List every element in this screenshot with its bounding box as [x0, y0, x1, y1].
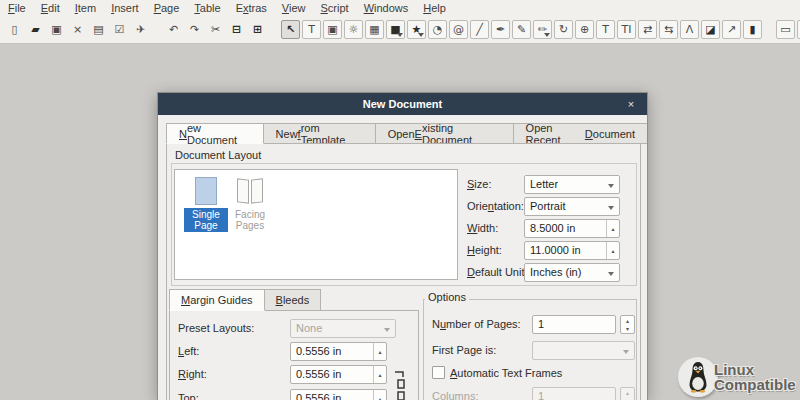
- margin-right-input[interactable]: 0.5556 in▴▾: [290, 365, 387, 384]
- cut-icon[interactable]: ✂: [206, 20, 225, 39]
- tab-margin-guides[interactable]: Margin Guides: [169, 289, 265, 311]
- options-label: Options: [425, 291, 469, 303]
- single-page-icon: [195, 177, 217, 205]
- dialog-close-icon[interactable]: ×: [624, 97, 638, 111]
- margin-tab-bar: Margin Guides Bleeds: [169, 289, 320, 311]
- number-of-pages-label: Number of Pages:: [432, 318, 521, 330]
- layout-item-facing-pages[interactable]: Facing Pages: [227, 177, 273, 232]
- pdf-push-button-icon[interactable]: ▭: [776, 20, 795, 39]
- default-unit-label: Default Unit:: [467, 266, 528, 278]
- size-label: Size:: [467, 178, 491, 190]
- toolbar: ▯ ▰ ▣ × ▤ ☑ ✈ ↶ ↷ ✂ ⊟ ⊞ ↖ T ▣ ☼ ▦ ■ ★ ◔ …: [0, 16, 800, 44]
- insert-bezier-curve-icon[interactable]: ✒: [491, 20, 510, 39]
- link-margins-icon[interactable]: [393, 366, 406, 400]
- dialog-tab-bar: New Document New from Template Open Exis…: [166, 123, 647, 144]
- insert-table-icon[interactable]: ▦: [365, 20, 384, 39]
- menu-file[interactable]: File: [8, 2, 26, 14]
- automatic-text-frames-checkbox[interactable]: [432, 366, 445, 379]
- menu-insert[interactable]: Insert: [111, 2, 139, 14]
- undo-icon[interactable]: ↶: [164, 20, 183, 39]
- rotate-item-icon[interactable]: ↻: [554, 20, 573, 39]
- margin-left-label: Left:: [178, 345, 199, 357]
- insert-arc-icon[interactable]: ◔: [428, 20, 447, 39]
- facing-pages-icon: [237, 177, 263, 205]
- copy-icon[interactable]: ⊟: [227, 20, 246, 39]
- insert-text-frame-icon[interactable]: T: [302, 20, 321, 39]
- number-of-pages-spinner[interactable]: ▴▾: [620, 315, 635, 334]
- insert-polygon-icon[interactable]: ★: [407, 20, 426, 39]
- size-select[interactable]: Letter: [524, 175, 620, 194]
- close-icon[interactable]: ×: [68, 20, 87, 39]
- margin-right-spinner[interactable]: ▴▾: [373, 366, 386, 383]
- menu-item[interactable]: Item: [75, 2, 96, 14]
- watermark-line2: Compatible: [714, 377, 796, 392]
- copy-item-properties-icon[interactable]: ◪: [701, 20, 720, 39]
- insert-shape-icon[interactable]: ■: [386, 20, 405, 39]
- new-document-icon[interactable]: ▯: [5, 20, 24, 39]
- margin-left-spinner[interactable]: ▴▾: [373, 343, 386, 360]
- columns-input: 1: [532, 387, 616, 400]
- menu-extras[interactable]: Extras: [236, 2, 267, 14]
- menu-page[interactable]: Page: [154, 2, 180, 14]
- layout-item-label: Single Page: [184, 208, 228, 232]
- penguin-logo-icon: [678, 357, 718, 397]
- margin-left-input[interactable]: 0.5556 in▴▾: [290, 342, 387, 361]
- menu-view[interactable]: View: [282, 2, 306, 14]
- width-spinner[interactable]: ▴▾: [606, 220, 619, 237]
- insert-spiral-icon[interactable]: @: [449, 20, 468, 39]
- default-unit-select[interactable]: Inches (in): [524, 263, 620, 282]
- zoom-icon[interactable]: ⊕: [575, 20, 594, 39]
- paste-icon[interactable]: ⊞: [248, 20, 267, 39]
- automatic-text-frames-label[interactable]: Automatic Text Frames: [450, 367, 562, 379]
- link-text-frames-icon[interactable]: ⇄: [638, 20, 657, 39]
- number-of-pages-input[interactable]: 1: [532, 315, 616, 334]
- tab-bleeds[interactable]: Bleeds: [264, 289, 322, 311]
- unlink-text-frames-icon[interactable]: ⇆: [659, 20, 678, 39]
- menu-help[interactable]: Help: [423, 2, 446, 14]
- save-as-pdf-icon[interactable]: ✈: [131, 20, 150, 39]
- new-document-pane: Document Layout Single Page Facing Pages…: [166, 143, 641, 400]
- orientation-label: Orientation:: [467, 200, 524, 212]
- insert-line-icon[interactable]: ╱: [470, 20, 489, 39]
- insert-freehand-line-icon[interactable]: ✎: [512, 20, 531, 39]
- margin-top-spinner[interactable]: ▴▾: [373, 390, 386, 400]
- new-document-dialog: New Document × New Document New from Tem…: [157, 92, 648, 400]
- edit-contents-icon[interactable]: T: [596, 20, 615, 39]
- measurements-icon[interactable]: Λ: [680, 20, 699, 39]
- save-icon[interactable]: ▣: [47, 20, 66, 39]
- columns-label: Columns:: [432, 390, 478, 400]
- dialog-titlebar[interactable]: New Document ×: [158, 93, 647, 115]
- select-item-icon[interactable]: ↖: [281, 20, 300, 39]
- columns-spinner: ▴▾: [620, 387, 635, 400]
- tab-new-from-template[interactable]: New from Template: [263, 123, 376, 144]
- menu-table[interactable]: Table: [194, 2, 220, 14]
- first-page-is-select: [532, 341, 635, 360]
- height-input[interactable]: 11.0000 in▴▾: [524, 241, 620, 260]
- linux-compatible-watermark: Linux Compatible: [678, 355, 798, 399]
- height-spinner[interactable]: ▴▾: [606, 242, 619, 259]
- menu-script[interactable]: Script: [321, 2, 349, 14]
- edit-text-story-editor-icon[interactable]: TI: [617, 20, 636, 39]
- menu-bar: File Edit Item Insert Page Table Extras …: [0, 0, 800, 16]
- insert-calligraphic-line-icon[interactable]: ✏: [533, 20, 552, 39]
- tab-new-document[interactable]: New Document: [166, 123, 264, 144]
- open-file-icon[interactable]: ▰: [26, 20, 45, 39]
- tab-open-recent-document[interactable]: Open Recent Document: [513, 123, 648, 144]
- margin-top-input[interactable]: 0.5556 in▴▾: [290, 389, 387, 400]
- first-page-is-label: First Page is:: [432, 344, 496, 356]
- print-icon[interactable]: ▤: [89, 20, 108, 39]
- redo-icon[interactable]: ↷: [185, 20, 204, 39]
- eye-dropper-icon[interactable]: ↗: [722, 20, 741, 39]
- pdf-text-field-icon[interactable]: ▮: [743, 20, 762, 39]
- menu-windows[interactable]: Windows: [364, 2, 409, 14]
- menu-edit[interactable]: Edit: [41, 2, 60, 14]
- height-label: Height:: [467, 244, 502, 256]
- orientation-select[interactable]: Portrait: [524, 197, 620, 216]
- layout-item-single-page[interactable]: Single Page: [184, 177, 228, 232]
- preflight-verifier-icon[interactable]: ☑: [110, 20, 129, 39]
- insert-render-frame-icon[interactable]: ☼: [344, 20, 363, 39]
- width-input[interactable]: 8.5000 in▴▾: [524, 219, 620, 238]
- tab-open-existing-document[interactable]: Open Existing Document: [375, 123, 514, 144]
- watermark-line1: Linux: [714, 362, 796, 377]
- insert-image-frame-icon[interactable]: ▣: [323, 20, 342, 39]
